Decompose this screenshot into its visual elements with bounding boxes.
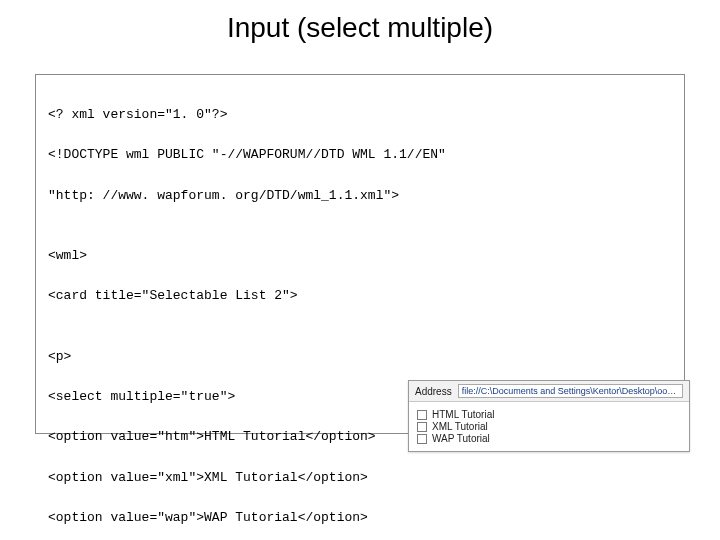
code-line: <wml> — [48, 246, 672, 266]
code-line: <!DOCTYPE wml PUBLIC "-//WAPFORUM//DTD W… — [48, 145, 672, 165]
list-item[interactable]: HTML Tutorial — [417, 409, 681, 420]
code-line: "http: //www. wapforum. org/DTD/wml_1.1.… — [48, 186, 672, 206]
address-field[interactable]: file://C:\Documents and Settings\Kentor\… — [458, 384, 683, 398]
list-item[interactable]: XML Tutorial — [417, 421, 681, 432]
checkbox-icon[interactable] — [417, 410, 427, 420]
wap-emulator-window: Address file://C:\Documents and Settings… — [408, 380, 690, 452]
list-item-label: HTML Tutorial — [432, 409, 494, 420]
address-bar: Address file://C:\Documents and Settings… — [409, 381, 689, 402]
code-line: <option value="wap">WAP Tutorial</option… — [48, 508, 672, 528]
wap-body: HTML Tutorial XML Tutorial WAP Tutorial — [409, 402, 689, 451]
checkbox-icon[interactable] — [417, 434, 427, 444]
code-line: <p> — [48, 347, 672, 367]
address-label: Address — [415, 386, 452, 397]
code-line: <? xml version="1. 0"?> — [48, 105, 672, 125]
list-item[interactable]: WAP Tutorial — [417, 433, 681, 444]
list-item-label: XML Tutorial — [432, 421, 488, 432]
code-line: <card title="Selectable List 2"> — [48, 286, 672, 306]
checkbox-icon[interactable] — [417, 422, 427, 432]
list-item-label: WAP Tutorial — [432, 433, 490, 444]
slide-title: Input (select multiple) — [0, 12, 720, 44]
code-line: <option value="xml">XML Tutorial</option… — [48, 468, 672, 488]
